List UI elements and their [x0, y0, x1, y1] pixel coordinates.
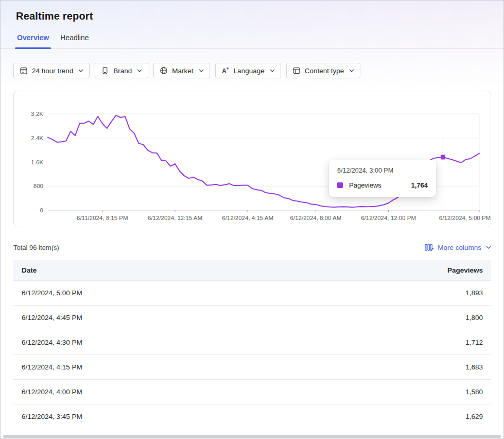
date-cell: 6/12/2024, 4:45 PM — [13, 314, 82, 322]
filter-label: 24 hour trend — [32, 67, 73, 75]
chevron-down-icon — [199, 69, 204, 73]
svg-text:800: 800 — [33, 183, 43, 189]
svg-text:6/12/2024, 5:00 PM: 6/12/2024, 5:00 PM — [439, 215, 491, 221]
pageviews-cell: 1,800 — [465, 314, 491, 322]
horizontal-scrollbar[interactable] — [3, 435, 501, 438]
filter-content-type[interactable]: Content type — [286, 63, 361, 78]
table-row: 6/12/2024, 4:45 PM 1,800 — [13, 306, 491, 330]
filter-brand[interactable]: Brand — [95, 63, 148, 78]
pageviews-chart-svg[interactable]: 08001.6K2.4K3.2K6/11/2024, 8:15 PM6/12/2… — [14, 91, 492, 227]
pageviews-cell: 1,893 — [465, 289, 491, 297]
pageviews-cell: 1,629 — [465, 413, 491, 420]
chevron-down-icon — [486, 246, 491, 249]
table-row: 6/12/2024, 5:00 PM 1,893 — [13, 281, 491, 306]
tab-bar: Overview Headline — [1, 31, 503, 49]
table-header-row: Date Pageviews — [13, 260, 491, 281]
globe-icon — [160, 66, 168, 75]
tooltip-series-row: Pageviews 1,764 — [337, 181, 428, 189]
more-columns-button[interactable]: More columns — [425, 243, 491, 251]
pageviews-series-swatch — [337, 182, 343, 188]
date-cell: 6/12/2024, 5:00 PM — [13, 289, 82, 297]
svg-text:0: 0 — [40, 207, 43, 213]
filter-label: Language — [234, 67, 265, 75]
date-cell: 6/12/2024, 4:00 PM — [13, 388, 82, 396]
date-cell: 6/12/2024, 4:15 PM — [13, 363, 82, 371]
tooltip-date: 6/12/2024, 3:00 PM — [337, 167, 428, 174]
tooltip-value: 1,764 — [411, 181, 428, 189]
device-icon — [101, 66, 109, 75]
pageviews-table: Date Pageviews 6/12/2024, 5:00 PM 1,893 … — [13, 260, 491, 429]
realtime-report-page: Realtime report Overview Headline 24 hou… — [0, 0, 504, 439]
table-summary-bar: Total 96 item(s) More columns — [13, 243, 491, 251]
chart-tooltip: 6/12/2024, 3:00 PM Pageviews 1,764 — [329, 160, 436, 197]
svg-text:3.2K: 3.2K — [31, 111, 43, 117]
filter-language[interactable]: A Language — [215, 63, 281, 78]
svg-text:6/12/2024, 4:15 AM: 6/12/2024, 4:15 AM — [222, 215, 273, 221]
date-cell: 6/12/2024, 4:30 PM — [13, 339, 82, 346]
pageviews-cell: 1,683 — [465, 363, 491, 371]
total-items-label: Total 96 item(s) — [13, 244, 59, 251]
pageviews-chart-card: 08001.6K2.4K3.2K6/11/2024, 8:15 PM6/12/2… — [13, 91, 491, 227]
svg-text:6/12/2024, 8:00 AM: 6/12/2024, 8:00 AM — [290, 215, 342, 221]
pageviews-cell: 1,580 — [465, 388, 491, 396]
svg-text:A: A — [222, 67, 227, 75]
tab-headline[interactable]: Headline — [59, 31, 90, 48]
calendar-icon — [20, 66, 28, 75]
table-row: 6/12/2024, 4:30 PM 1,712 — [13, 330, 491, 355]
more-columns-label: More columns — [438, 244, 481, 251]
column-header-date: Date — [13, 266, 37, 274]
tab-overview-label: Overview — [17, 33, 49, 42]
svg-text:1.6K: 1.6K — [31, 159, 43, 165]
tooltip-series-label: Pageviews — [349, 181, 381, 189]
column-header-pageviews: Pageviews — [447, 266, 491, 274]
table-row: 6/12/2024, 4:15 PM 1,683 — [13, 355, 491, 380]
filter-label: Brand — [113, 67, 132, 75]
page-title: Realtime report — [16, 9, 503, 23]
date-cell: 6/12/2024, 3:45 PM — [13, 413, 82, 420]
tab-headline-label: Headline — [60, 33, 89, 42]
table-row: 6/12/2024, 4:00 PM 1,580 — [13, 380, 491, 404]
pageviews-cell: 1,712 — [465, 339, 491, 346]
table-row: 6/12/2024, 3:45 PM 1,629 — [13, 404, 491, 429]
page-header: Realtime report Overview Headline 24 hou… — [1, 1, 503, 91]
active-tab-indicator — [15, 47, 51, 49]
filter-bar: 24 hour trend Brand Market A — [13, 63, 503, 91]
columns-edit-icon — [425, 243, 434, 251]
filter-market[interactable]: Market — [153, 63, 210, 78]
chevron-down-icon — [349, 69, 354, 73]
svg-text:6/12/2024, 12:00 PM: 6/12/2024, 12:00 PM — [361, 215, 416, 221]
content-type-icon — [292, 66, 301, 75]
filter-label: Content type — [305, 67, 344, 75]
chevron-down-icon — [78, 69, 83, 73]
translate-icon: A — [221, 66, 230, 75]
chevron-down-icon — [137, 69, 142, 73]
chevron-down-icon — [270, 69, 275, 73]
svg-text:6/11/2024, 8:15 PM: 6/11/2024, 8:15 PM — [77, 215, 128, 221]
filter-label: Market — [172, 67, 193, 75]
svg-text:6/12/2024, 12:15 AM: 6/12/2024, 12:15 AM — [148, 215, 202, 221]
tab-overview[interactable]: Overview — [16, 31, 50, 48]
filter-24-hour-trend[interactable]: 24 hour trend — [13, 63, 90, 78]
svg-text:2.4K: 2.4K — [31, 135, 43, 141]
